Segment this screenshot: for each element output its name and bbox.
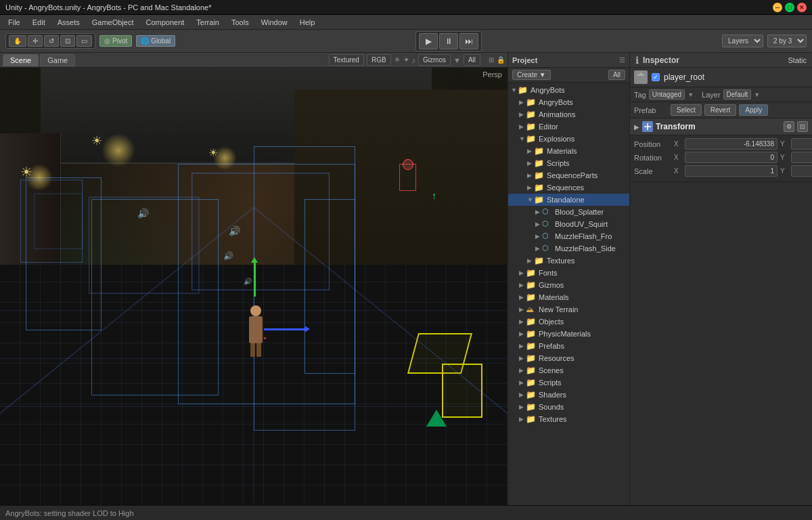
tree-item[interactable]: ▶📁Shaders — [508, 389, 629, 401]
tree-item[interactable]: ▶📁PhysicMaterials — [508, 328, 629, 340]
move-tool[interactable]: ✛ — [28, 35, 43, 47]
tab-game[interactable]: Game — [40, 54, 75, 66]
tree-item[interactable]: ▶⬡MuzzleFlash_Fro — [508, 230, 629, 242]
tree-expand-arrow[interactable]: ▶ — [519, 391, 526, 398]
tree-item[interactable]: ▶📁Fonts — [508, 267, 629, 279]
gizmos-btn[interactable]: Gizmos — [418, 54, 451, 66]
tree-item[interactable]: ▶📁Materials — [508, 291, 629, 303]
menu-window[interactable]: Window — [256, 17, 293, 28]
tree-item[interactable]: ▼📁Standalone — [508, 194, 629, 206]
tree-item[interactable]: ▶📁Resources — [508, 352, 629, 364]
tree-expand-arrow[interactable]: ▶ — [519, 306, 526, 313]
layer-value[interactable]: Default — [723, 89, 752, 100]
scene-viewport[interactable]: ☀ ☀ ☀ 🔊 🔊 🔊 🔊 — [0, 68, 508, 505]
tree-expand-arrow[interactable]: ▶ — [519, 404, 526, 410]
tree-expand-arrow[interactable]: ▶ — [519, 99, 526, 106]
tree-expand-arrow[interactable]: ▶ — [527, 148, 534, 154]
lock-icon[interactable]: 🔒 — [497, 56, 505, 64]
menu-help[interactable]: Help — [294, 17, 321, 28]
tree-expand-arrow[interactable]: ▼ — [519, 135, 526, 142]
tree-item[interactable]: ▶📁Prefabs — [508, 340, 629, 352]
menu-component[interactable]: Component — [140, 17, 189, 28]
select-button[interactable]: Select — [671, 104, 702, 116]
tree-expand-arrow[interactable]: ▶ — [519, 355, 526, 362]
step-button[interactable]: ⏭ — [459, 33, 478, 49]
rotate-tool[interactable]: ↺ — [44, 35, 59, 47]
menu-tools[interactable]: Tools — [226, 17, 254, 28]
tree-item[interactable]: ▶⛰New Terrain — [508, 303, 629, 316]
play-button[interactable]: ▶ — [419, 33, 438, 49]
menu-edit[interactable]: Edit — [27, 17, 51, 28]
tree-item[interactable]: ▶⬡BloodUV_Squirt — [508, 218, 629, 230]
project-menu-icon[interactable]: ☰ — [619, 56, 625, 64]
tree-expand-arrow[interactable]: ▶ — [519, 282, 526, 288]
tree-item[interactable]: ▼📁Explosions — [508, 133, 629, 145]
hand-tool[interactable]: ✋ — [9, 35, 26, 47]
tree-item[interactable]: ▶📁Gizmos — [508, 279, 629, 291]
scale-x-input[interactable] — [685, 165, 777, 177]
tree-item[interactable]: ▶📁Textures — [508, 255, 629, 267]
tree-expand-arrow[interactable]: ▼ — [511, 87, 518, 93]
rect-tool[interactable]: ▭ — [76, 35, 92, 47]
pivot-button[interactable]: ◎ Pivot — [99, 35, 132, 47]
transform-expand-icon[interactable]: ⊡ — [797, 121, 808, 132]
object-active-checkbox[interactable]: ✓ — [652, 73, 660, 81]
pause-button[interactable]: ⏸ — [439, 33, 458, 49]
layout-select[interactable]: 2 by 3 — [767, 35, 807, 47]
menu-assets[interactable]: Assets — [52, 17, 85, 28]
tag-value[interactable]: Untagged — [649, 89, 685, 100]
scale-y-input[interactable] — [791, 165, 812, 177]
tree-item[interactable]: ▶📁Objects — [508, 316, 629, 328]
tree-expand-arrow[interactable]: ▶ — [519, 294, 526, 301]
tree-item[interactable]: ▶📁Animations — [508, 108, 629, 121]
tree-item[interactable]: ▶📁Textures — [508, 413, 629, 425]
tree-item[interactable]: ▶📁Scenes — [508, 364, 629, 376]
tree-item[interactable]: ▶📁Scripts — [508, 376, 629, 389]
apply-button[interactable]: Apply — [739, 104, 768, 116]
tree-item[interactable]: ▶⬡Blood_Splatter — [508, 206, 629, 218]
tree-item[interactable]: ▶📁SequenceParts — [508, 169, 629, 181]
menu-terrain[interactable]: Terrain — [191, 17, 225, 28]
tree-expand-arrow[interactable]: ▶ — [519, 111, 526, 118]
tree-expand-arrow[interactable]: ▶ — [519, 123, 526, 130]
tree-item[interactable]: ▶📁Editor — [508, 121, 629, 133]
tree-expand-arrow[interactable]: ▶ — [535, 221, 542, 228]
tree-expand-arrow[interactable]: ▶ — [535, 233, 542, 240]
tree-expand-arrow[interactable]: ▼ — [527, 196, 534, 203]
minimize-button[interactable]: ─ — [773, 3, 782, 12]
rgb-dropdown[interactable]: RGB — [367, 54, 391, 66]
transform-component-header[interactable]: ▶ Transform ⚙ ⊡ — [630, 118, 812, 135]
tree-item[interactable]: ▼📁AngryBots — [508, 84, 629, 96]
maximize-scene-icon[interactable]: ⊞ — [489, 56, 494, 64]
tree-expand-arrow[interactable]: ▶ — [519, 269, 526, 276]
rotation-x-input[interactable] — [685, 152, 777, 163]
tree-expand-arrow[interactable]: ▶ — [519, 379, 526, 386]
all-btn[interactable]: All — [464, 54, 480, 66]
tree-expand-arrow[interactable]: ▶ — [535, 209, 542, 215]
tree-expand-arrow[interactable]: ▶ — [519, 318, 526, 325]
rotation-y-input[interactable] — [791, 152, 812, 163]
tree-expand-arrow[interactable]: ▶ — [527, 160, 534, 167]
menu-gameobject[interactable]: GameObject — [87, 17, 139, 28]
tree-expand-arrow[interactable]: ▶ — [519, 330, 526, 337]
transform-settings-icon[interactable]: ⚙ — [784, 121, 794, 132]
search-all-button[interactable]: All — [608, 70, 625, 80]
tree-expand-arrow[interactable]: ▶ — [527, 184, 534, 191]
maximize-button[interactable]: □ — [785, 3, 794, 12]
revert-button[interactable]: Revert — [704, 104, 736, 116]
tab-scene[interactable]: Scene — [3, 54, 39, 66]
scale-tool[interactable]: ⊡ — [60, 35, 75, 47]
tree-expand-arrow[interactable]: ▶ — [535, 245, 542, 252]
tree-expand-arrow[interactable]: ▶ — [527, 172, 534, 179]
layers-select[interactable]: Layers — [722, 35, 763, 47]
position-x-input[interactable] — [685, 138, 777, 150]
project-tree[interactable]: ▼📁AngryBots▶📁AngryBots▶📁Animations▶📁Edit… — [508, 83, 629, 505]
tree-item[interactable]: ▶📁Sounds — [508, 401, 629, 413]
tree-expand-arrow[interactable]: ▶ — [519, 416, 526, 422]
tree-item[interactable]: ▶📁Materials — [508, 145, 629, 157]
textured-dropdown[interactable]: Textured — [329, 54, 364, 66]
tree-item[interactable]: ▶📁AngryBots — [508, 96, 629, 108]
tree-expand-arrow[interactable]: ▶ — [519, 367, 526, 374]
tree-item[interactable]: ▶⬡MuzzleFlash_Side — [508, 242, 629, 255]
create-button[interactable]: Create ▼ — [512, 70, 551, 80]
